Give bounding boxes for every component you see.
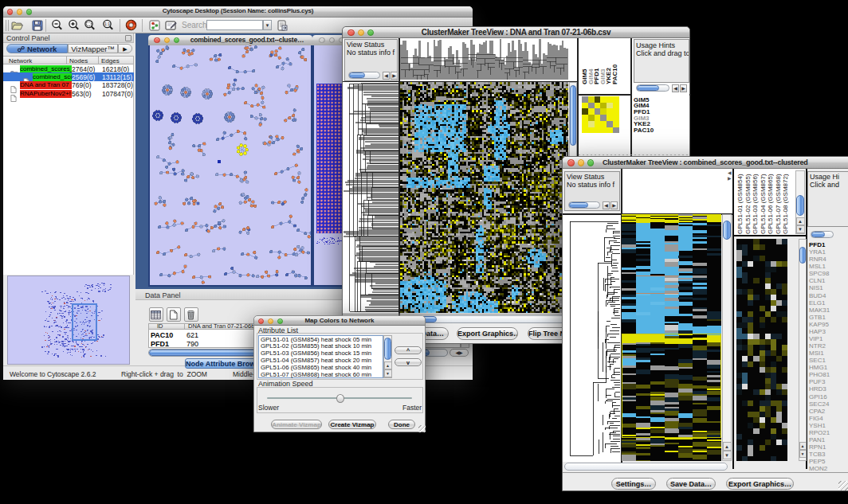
svg-text:1:1: 1:1 <box>104 21 110 26</box>
